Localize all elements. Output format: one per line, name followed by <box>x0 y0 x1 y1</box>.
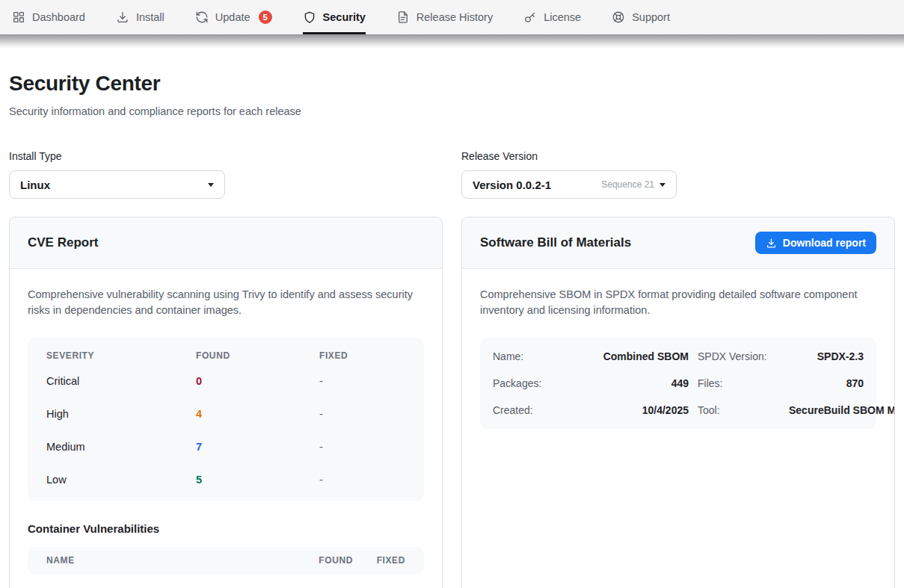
nav-tab-label: Release History <box>416 11 493 23</box>
cve-report-card: CVE Report Comprehensive vulnerability s… <box>9 217 443 588</box>
nav-tab-label: License <box>544 11 581 23</box>
sbom-value: 870 <box>789 377 864 389</box>
cards-grid: CVE Report Comprehensive vulnerability s… <box>9 217 895 588</box>
severity-found-count: 0 <box>196 375 319 387</box>
shield-icon <box>303 10 316 24</box>
sbom-card-header: Software Bill of Materials Download repo… <box>462 217 894 269</box>
table-row: Name: Combined SBOM SPDX Version: SPDX-2… <box>480 343 876 370</box>
sbom-label: Created: <box>493 404 571 416</box>
sbom-value: 449 <box>580 377 689 389</box>
filters-row: Install Type Linux Release Version Versi… <box>9 150 895 199</box>
install-type-select[interactable]: Linux <box>9 170 225 199</box>
dashboard-grid-icon <box>12 10 25 24</box>
severity-name: Medium <box>46 441 196 453</box>
chevron-down-icon <box>208 183 214 187</box>
table-row: Created: 10/4/2025 Tool: SecureBuild SBO… <box>480 397 876 424</box>
release-version-field: Release Version Version 0.0.2-1 Sequence… <box>461 150 895 199</box>
nav-tab-security[interactable]: Security <box>303 0 366 34</box>
sbom-value: SPDX-2.3 <box>789 350 864 362</box>
col-name: NAME <box>46 555 293 566</box>
severity-found-count: 7 <box>196 441 319 453</box>
nav-tab-release-history[interactable]: Release History <box>396 0 493 34</box>
cve-card-title: CVE Report <box>28 235 98 250</box>
table-row: Packages: 449 Files: 870 <box>480 370 876 397</box>
key-icon <box>523 10 537 24</box>
nav-tab-label: Install <box>136 11 164 23</box>
container-vulnerabilities-title: Container Vulnerabilities <box>28 522 424 535</box>
sbom-value: 10/4/2025 <box>580 404 689 416</box>
release-version-label: Release Version <box>461 150 895 162</box>
severity-name: Low <box>46 474 196 486</box>
install-type-label: Install Type <box>9 150 443 162</box>
sbom-value: Combined SBOM <box>580 350 689 362</box>
severity-table: SEVERITY FOUND FIXED Critical 0 - High 4… <box>28 338 424 501</box>
nav-shadow-divider <box>0 34 904 49</box>
severity-name: High <box>46 408 196 420</box>
cve-card-body: Comprehensive vulnerability scanning usi… <box>10 269 442 588</box>
sbom-value: SecureBuild SBOM Merger <box>789 404 895 416</box>
download-icon <box>766 238 777 249</box>
nav-tab-update[interactable]: Update 5 <box>195 0 272 34</box>
nav-tab-label: Dashboard <box>32 11 85 23</box>
release-sequence-label: Sequence 21 <box>601 179 654 190</box>
col-found: FOUND <box>196 350 319 361</box>
severity-fixed-count: - <box>319 474 405 486</box>
col-severity: SEVERITY <box>46 350 196 361</box>
nav-tab-label: Security <box>323 11 366 23</box>
nav-tab-license[interactable]: License <box>523 0 581 34</box>
chevron-down-icon <box>659 183 665 187</box>
download-report-label: Download report <box>783 237 866 249</box>
nav-tab-install[interactable]: Install <box>116 0 164 34</box>
nav-tab-support[interactable]: Support <box>612 0 670 34</box>
release-version-value: Version 0.0.2-1 <box>473 179 551 191</box>
main-content: Security Center Security information and… <box>0 72 904 588</box>
cve-description: Comprehensive vulnerability scanning usi… <box>28 287 424 319</box>
refresh-icon <box>195 10 209 24</box>
severity-name: Critical <box>46 375 196 387</box>
cve-card-header: CVE Report <box>10 217 442 269</box>
sbom-label: Packages: <box>493 377 571 389</box>
page-title: Security Center <box>9 72 895 96</box>
sbom-label: Tool: <box>698 404 780 416</box>
install-type-field: Install Type Linux <box>9 150 443 199</box>
sbom-label: Name: <box>493 350 571 362</box>
download-icon <box>116 10 129 24</box>
top-nav: Dashboard Install Update 5 Security Rele… <box>0 0 904 34</box>
col-fixed: FIXED <box>319 350 405 361</box>
life-buoy-icon <box>612 10 625 24</box>
severity-fixed-count: - <box>319 441 405 453</box>
page-subtitle: Security information and compliance repo… <box>9 105 895 117</box>
sbom-card-body: Comprehensive SBOM in SPDX format provid… <box>462 269 894 447</box>
severity-found-count: 4 <box>196 408 319 420</box>
sbom-label: Files: <box>698 377 780 389</box>
table-row: Critical 0 - <box>28 365 424 397</box>
sbom-description: Comprehensive SBOM in SPDX format provid… <box>480 287 869 319</box>
update-count-badge: 5 <box>259 10 272 24</box>
nav-tab-dashboard[interactable]: Dashboard <box>12 0 85 34</box>
severity-found-count: 5 <box>196 474 319 486</box>
severity-fixed-count: - <box>319 375 405 387</box>
container-vulnerabilities-header: NAME FOUND FIXED <box>28 547 424 575</box>
sbom-card-title: Software Bill of Materials <box>480 235 631 250</box>
col-fixed: FIXED <box>353 555 405 566</box>
nav-tab-label: Support <box>632 11 670 23</box>
severity-fixed-count: - <box>319 408 405 420</box>
download-report-button[interactable]: Download report <box>755 232 876 254</box>
severity-table-header: SEVERITY FOUND FIXED <box>28 338 424 365</box>
col-found: FOUND <box>293 555 353 566</box>
sbom-label: SPDX Version: <box>698 350 780 362</box>
release-version-select[interactable]: Version 0.0.2-1 Sequence 21 <box>461 170 677 199</box>
document-icon <box>396 10 410 24</box>
table-row: Low 5 - <box>28 463 424 496</box>
install-type-value: Linux <box>20 179 50 191</box>
table-row: High 4 - <box>28 397 424 430</box>
table-row: Medium 7 - <box>28 430 424 463</box>
nav-tab-label: Update <box>215 11 250 23</box>
sbom-info-table: Name: Combined SBOM SPDX Version: SPDX-2… <box>480 338 876 429</box>
sbom-card: Software Bill of Materials Download repo… <box>461 217 895 588</box>
